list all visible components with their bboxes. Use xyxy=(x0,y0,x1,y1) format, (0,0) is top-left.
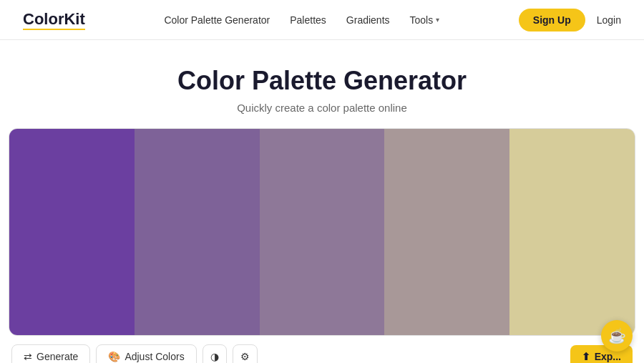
tools-chevron-icon: ▾ xyxy=(436,16,439,24)
login-button[interactable]: Login xyxy=(597,14,621,26)
coffee-button[interactable]: ☕ xyxy=(601,320,633,352)
generate-label: Generate xyxy=(36,351,78,362)
page-subtitle: Quickly create a color palette online xyxy=(0,102,644,114)
logo[interactable]: ColorKit xyxy=(23,10,85,30)
nav-tools[interactable]: Tools ▾ xyxy=(410,14,440,26)
nav-gradients[interactable]: Gradients xyxy=(346,14,390,26)
nav-color-palette-generator[interactable]: Color Palette Generator xyxy=(164,14,270,26)
settings-button[interactable]: ⚙ xyxy=(233,344,258,363)
export-label: Exp... xyxy=(595,351,621,362)
signup-button[interactable]: Sign Up xyxy=(519,9,585,32)
adjust-label: Adjust Colors xyxy=(125,351,184,362)
swatch-3[interactable] xyxy=(260,129,385,335)
contrast-button[interactable]: ◑ xyxy=(203,344,227,363)
header: ColorKit Color Palette Generator Palette… xyxy=(0,0,644,40)
palette-display xyxy=(9,128,635,336)
main-nav: Color Palette Generator Palettes Gradien… xyxy=(164,14,439,26)
generate-icon: ⇄ xyxy=(24,351,32,362)
export-icon: ⬆ xyxy=(582,351,590,362)
toolbar: ⇄ Generate 🎨 Adjust Colors ◑ ⚙ ⬆ Exp... xyxy=(0,336,644,363)
swatch-4[interactable] xyxy=(384,129,509,335)
contrast-icon: ◑ xyxy=(210,351,219,362)
swatch-1[interactable] xyxy=(9,129,135,335)
adjust-icon: 🎨 xyxy=(108,351,120,362)
page-title: Color Palette Generator xyxy=(0,66,644,96)
nav-actions: Sign Up Login xyxy=(519,9,621,32)
generate-button[interactable]: ⇄ Generate xyxy=(11,344,90,363)
hero-section: Color Palette Generator Quickly create a… xyxy=(0,40,644,128)
swatch-2[interactable] xyxy=(135,129,260,335)
adjust-colors-button[interactable]: 🎨 Adjust Colors xyxy=(96,344,196,363)
swatch-5[interactable] xyxy=(509,129,635,335)
nav-palettes[interactable]: Palettes xyxy=(290,14,326,26)
coffee-icon: ☕ xyxy=(608,327,626,344)
settings-icon: ⚙ xyxy=(240,351,250,362)
